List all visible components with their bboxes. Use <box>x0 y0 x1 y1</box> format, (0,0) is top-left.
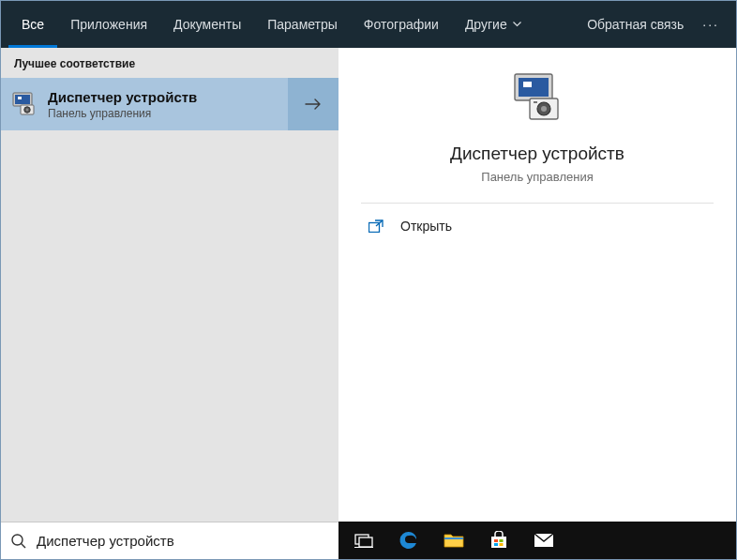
preview-panel: Диспетчер устройств Панель управления От… <box>338 48 736 522</box>
edge-icon <box>399 530 419 551</box>
tab-docs[interactable]: Документы <box>160 1 254 48</box>
tab-settings[interactable]: Параметры <box>254 1 351 48</box>
svg-rect-1 <box>15 95 30 104</box>
feedback-label: Обратная связь <box>587 17 684 32</box>
svg-rect-2 <box>18 97 22 99</box>
section-best-match: Лучшее соответствие <box>1 48 338 78</box>
feedback-link[interactable]: Обратная связь <box>578 1 693 48</box>
result-text: Диспетчер устройств Панель управления <box>48 89 288 120</box>
action-open-label: Открыть <box>400 219 452 234</box>
preview-title: Диспетчер устройств <box>450 144 624 164</box>
results-panel: Лучшее соответствие Диспетчер устройств … <box>1 48 338 522</box>
svg-rect-22 <box>500 539 504 542</box>
search-box[interactable] <box>1 522 338 559</box>
tab-all[interactable]: Все <box>8 1 57 48</box>
svg-point-11 <box>541 106 547 112</box>
result-subtitle: Панель управления <box>48 107 280 120</box>
bottom-strip <box>1 522 736 559</box>
more-label: ··· <box>702 17 719 32</box>
filter-header: Все Приложения Документы Параметры Фотог… <box>1 1 736 48</box>
svg-rect-19 <box>444 537 463 539</box>
result-device-manager[interactable]: Диспетчер устройств Панель управления <box>1 78 338 130</box>
search-window: Все Приложения Документы Параметры Фотог… <box>0 0 737 560</box>
preview-subtitle: Панель управления <box>481 170 593 184</box>
result-title: Диспетчер устройств <box>48 89 280 105</box>
explorer-button[interactable] <box>432 522 475 559</box>
svg-point-14 <box>12 535 23 545</box>
search-icon <box>10 533 27 550</box>
store-button[interactable] <box>477 522 520 559</box>
task-view-button[interactable] <box>342 522 385 559</box>
more-button[interactable]: ··· <box>693 1 729 48</box>
action-open[interactable]: Открыть <box>361 204 714 249</box>
device-manager-icon <box>509 72 565 129</box>
taskbar <box>338 522 736 559</box>
tab-label: Параметры <box>267 17 338 32</box>
tab-label: Все <box>22 17 44 32</box>
tab-label: Фотографии <box>364 17 439 32</box>
open-icon <box>365 219 387 233</box>
svg-rect-24 <box>500 543 504 546</box>
device-manager-icon <box>1 92 48 116</box>
edge-button[interactable] <box>387 522 430 559</box>
open-preview-button[interactable] <box>288 78 338 130</box>
svg-rect-21 <box>494 539 498 542</box>
tab-apps[interactable]: Приложения <box>57 1 160 48</box>
tab-other[interactable]: Другие <box>452 1 534 48</box>
svg-line-15 <box>22 543 25 547</box>
tab-label: Документы <box>173 17 241 32</box>
tab-label: Другие <box>465 17 507 32</box>
mail-icon <box>534 533 554 548</box>
task-view-icon <box>354 533 373 548</box>
store-icon <box>489 531 508 550</box>
mail-button[interactable] <box>522 522 565 559</box>
svg-rect-7 <box>519 78 549 97</box>
preview-hero: Диспетчер устройств Панель управления <box>361 67 714 204</box>
svg-rect-20 <box>491 537 506 548</box>
main-area: Лучшее соответствие Диспетчер устройств … <box>1 48 736 522</box>
svg-rect-12 <box>534 101 537 103</box>
tab-label: Приложения <box>70 17 147 32</box>
tab-photos[interactable]: Фотографии <box>351 1 452 48</box>
svg-rect-8 <box>523 82 532 87</box>
search-input[interactable] <box>37 533 329 549</box>
svg-rect-23 <box>494 543 498 546</box>
svg-point-5 <box>26 109 29 112</box>
chevron-down-icon <box>513 22 521 27</box>
svg-rect-17 <box>359 537 372 547</box>
folder-icon <box>444 532 464 549</box>
arrow-right-icon <box>305 98 322 111</box>
